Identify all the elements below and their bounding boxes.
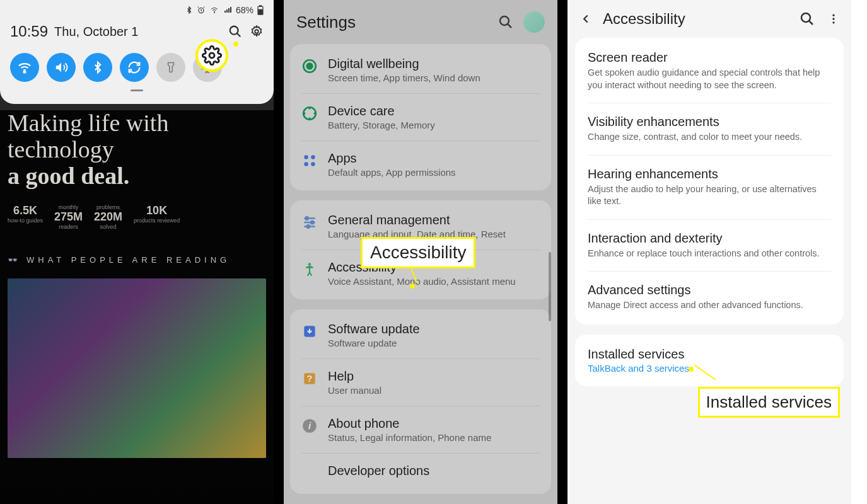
home-content: Making life with technology a good deal.… <box>8 110 266 458</box>
qs-flashlight-toggle[interactable] <box>156 53 185 82</box>
stat-item: 6.5Khow-to guides <box>8 204 43 230</box>
qs-volume-toggle[interactable] <box>47 53 76 82</box>
qs-bluetooth-toggle[interactable] <box>83 53 112 82</box>
svg-point-8 <box>209 53 214 58</box>
stat-item: monthly275Mreaders <box>54 204 83 230</box>
svg-rect-4 <box>259 9 262 14</box>
accessibility-group: Installed services TalkBack and 3 servic… <box>575 335 844 386</box>
panel-handle[interactable] <box>131 89 143 91</box>
item-installed-services[interactable]: Installed services TalkBack and 3 servic… <box>588 336 831 385</box>
svg-point-27 <box>832 14 834 16</box>
panel-settings: Settings Digital wellbeingScreen time, A… <box>284 0 567 504</box>
item-screen-reader[interactable]: Screen reader Get spoken audio guidance … <box>588 39 831 103</box>
accessibility-group: Screen reader Get spoken audio guidance … <box>575 38 844 324</box>
more-icon[interactable] <box>827 12 840 26</box>
time-row: 10:59 Thu, October 1 <box>10 18 264 47</box>
signal-icon <box>223 6 232 14</box>
status-bar: 68% <box>10 5 264 18</box>
glasses-icon: 👓 <box>8 255 21 265</box>
svg-point-6 <box>255 30 259 33</box>
accessibility-header: Accessibility <box>567 0 851 38</box>
alarm-icon <box>197 6 206 14</box>
page-title: Accessibility <box>603 10 685 28</box>
callout-dot <box>410 284 415 289</box>
qs-wifi-toggle[interactable] <box>10 53 39 82</box>
gear-highlight-callout <box>195 39 228 72</box>
headline-b: a good deal. <box>8 163 266 190</box>
item-hearing[interactable]: Hearing enhancements Adjust the audio to… <box>588 156 831 220</box>
item-advanced[interactable]: Advanced settings Manage Direct access a… <box>588 272 831 323</box>
battery-pct: 68% <box>236 5 253 15</box>
callout-dot <box>233 42 238 47</box>
search-icon[interactable] <box>228 25 242 38</box>
clock-time: 10:59 <box>10 23 48 40</box>
back-icon[interactable] <box>579 12 593 26</box>
headline-a: Making life with technology <box>8 110 266 163</box>
wifi-icon <box>209 6 219 14</box>
gear-icon[interactable] <box>250 25 264 38</box>
reading-header: 👓 WHAT PEOPLE ARE READING <box>8 255 266 265</box>
stats-row: 6.5Khow-to guides monthly275Mreaders pro… <box>8 204 266 230</box>
svg-point-5 <box>230 26 238 35</box>
accessibility-callout: Accessibility <box>361 237 475 268</box>
svg-point-1 <box>214 13 214 13</box>
quick-settings-panel[interactable]: 68% 10:59 Thu, October 1 <box>0 0 274 104</box>
svg-point-28 <box>832 18 834 20</box>
battery-icon <box>257 5 264 15</box>
panel-quick-settings: Making life with technology a good deal.… <box>0 0 284 504</box>
article-image[interactable] <box>8 278 266 458</box>
clock-date: Thu, October 1 <box>54 25 138 39</box>
svg-rect-3 <box>259 6 261 7</box>
bluetooth-icon <box>185 6 193 14</box>
svg-point-26 <box>801 13 810 22</box>
callout-dot <box>689 367 694 372</box>
qs-rotate-toggle[interactable] <box>120 53 149 82</box>
svg-point-29 <box>832 21 834 23</box>
accessibility-body[interactable]: Screen reader Get spoken audio guidance … <box>567 38 851 386</box>
stat-item: 10Kproducts reviewed <box>134 204 180 230</box>
svg-point-7 <box>24 71 26 73</box>
item-interaction[interactable]: Interaction and dexterity Enhance or rep… <box>588 220 831 272</box>
installed-services-callout: Installed services <box>698 387 840 418</box>
search-icon[interactable] <box>800 11 815 26</box>
panel-accessibility: Accessibility Screen reader Get spoken a… <box>567 0 851 504</box>
stat-item: problems220Msolved <box>94 204 122 230</box>
item-visibility[interactable]: Visibility enhancements Change size, con… <box>588 103 831 156</box>
